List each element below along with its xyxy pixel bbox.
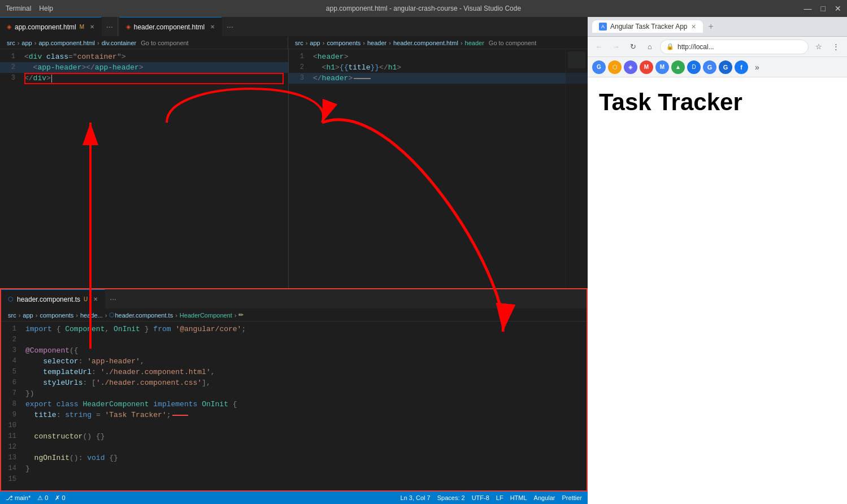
code-line-1: 1 <div class="container">: [0, 51, 288, 62]
bc-header-folder[interactable]: header: [367, 40, 386, 46]
bc-b-ts-file: ⬡: [109, 311, 115, 319]
bl-10: 10: [1, 420, 587, 431]
ext-g1[interactable]: G: [703, 60, 716, 74]
status-prettier: Prettier: [562, 494, 582, 501]
bl-12: 12: [1, 442, 587, 453]
settings-button[interactable]: ⋮: [829, 40, 842, 54]
browser-tab-close[interactable]: ✕: [691, 23, 696, 31]
bc-header-html[interactable]: header.component.html: [393, 40, 458, 46]
bl-9: 9 title: string = 'Task Tracker';: [1, 410, 587, 420]
status-encoding[interactable]: UTF-8: [472, 494, 489, 501]
bc-file-1[interactable]: app.component.html: [38, 40, 95, 46]
ext-g2[interactable]: G: [719, 60, 732, 74]
task-tracker-title: Task Tracker: [599, 89, 836, 116]
tab-more-1[interactable]: ···: [102, 17, 118, 36]
ext-3[interactable]: ◈: [624, 60, 637, 74]
bottom-breadcrumb: src › app › components › heade... › ⬡ he…: [1, 309, 587, 321]
ext-docs[interactable]: D: [687, 60, 701, 74]
bc-b-header-folder[interactable]: heade...: [80, 312, 103, 319]
tab-label-1: app.component.html: [15, 23, 76, 31]
bc-src-1[interactable]: src: [7, 40, 15, 46]
bl-8: 8 export class HeaderComponent implement…: [1, 399, 587, 410]
browser-tab-label: Angular Task Tracker App: [610, 23, 688, 31]
menu-terminal[interactable]: Terminal: [6, 5, 31, 12]
bc-b-class: HeaderComponent: [180, 312, 232, 319]
bc-b-app[interactable]: app: [23, 312, 33, 319]
forward-button[interactable]: →: [609, 40, 623, 54]
go-to-component-2[interactable]: Go to component: [489, 40, 536, 46]
status-ln-col[interactable]: Ln 3, Col 7: [401, 494, 431, 501]
maximize-button[interactable]: □: [821, 4, 826, 13]
bl-2: 2: [1, 334, 587, 345]
tab-close-1[interactable]: ✕: [90, 24, 94, 30]
bc-header-elem: header: [465, 40, 484, 46]
tab-modified-ts: U: [84, 296, 88, 302]
code-line-2: 2 <app-header></app-header>: [0, 62, 288, 73]
browser-content: Task Tracker: [588, 77, 847, 504]
bc-b-src[interactable]: src: [8, 312, 16, 319]
nav-bar: ← → ↻ ⌂ 🔒 http://local... ☆ ⋮: [588, 37, 847, 57]
menu-help[interactable]: Help: [39, 5, 53, 12]
lock-icon: 🔒: [666, 43, 674, 50]
bookmark-button[interactable]: ☆: [812, 40, 826, 54]
ext-search[interactable]: G: [592, 60, 606, 74]
ext-drive[interactable]: ▲: [671, 60, 685, 74]
breadcrumb-left: src › app › app.component.html › div.con…: [0, 37, 288, 49]
tab-close-2[interactable]: ✕: [210, 24, 215, 30]
tab-label-2: header.component.html: [134, 23, 205, 31]
browser-panel: A Angular Task Tracker App ✕ + ← → ↻ ⌂ 🔒…: [588, 17, 847, 504]
bc-src-2[interactable]: src: [295, 40, 303, 46]
code-line-r1: 1 <header>: [289, 51, 588, 62]
bc-b-method: ✏: [238, 311, 244, 319]
split-editor: 1 <div class="container"> 2 <app-header>…: [0, 49, 588, 492]
bl-14: 14 }: [1, 463, 587, 474]
bl-4: 4 selector: 'app-header',: [1, 356, 587, 367]
bl-5: 5 templateUrl: './header.component.html'…: [1, 367, 587, 377]
bl-1: 1 import { Component, OnInit } from '@an…: [1, 324, 587, 334]
tab-header-component-html[interactable]: ◈ header.component.html ✕: [119, 17, 222, 36]
status-eol[interactable]: LF: [496, 494, 503, 501]
ext-save[interactable]: ⬡: [608, 60, 622, 74]
ext-gmail[interactable]: M: [640, 60, 653, 74]
status-right: Ln 3, Col 7 Spaces: 2 UTF-8 LF HTML Angu…: [401, 494, 582, 501]
code-line-r2: 2 <h1>{{title}}</h1>: [289, 62, 588, 73]
status-errors: ✗ 0: [55, 494, 65, 502]
go-to-component-1[interactable]: Go to component: [141, 40, 188, 46]
bc-b-ts-name[interactable]: header.component.ts: [115, 312, 173, 319]
ext-fb[interactable]: f: [735, 60, 748, 74]
bl-13: 13 ngOnInit(): void {}: [1, 453, 587, 463]
tab-more-2[interactable]: ···: [222, 17, 238, 36]
status-branch[interactable]: ⎇ main*: [6, 494, 31, 502]
reload-button[interactable]: ↻: [626, 40, 640, 54]
back-button[interactable]: ←: [592, 40, 606, 54]
bottom-tab-bar: ⬡ header.component.ts U ✕ ···: [1, 289, 587, 309]
ts-icon: ⬡: [8, 296, 14, 303]
minimize-button[interactable]: —: [804, 4, 812, 13]
bl-15: 15: [1, 474, 587, 485]
main-container: ◈ app.component.html M ✕ ··· ◈ header.co…: [0, 17, 847, 504]
bc-div[interactable]: div.container: [102, 40, 137, 46]
status-language[interactable]: HTML: [510, 494, 527, 501]
tab-more-bottom[interactable]: ···: [105, 289, 121, 309]
ext-mail[interactable]: M: [655, 60, 669, 74]
status-bar: ⎇ main* ⚠ 0 ✗ 0 Ln 3, Col 7 Spaces: 2 UT…: [0, 492, 588, 504]
url-bar[interactable]: 🔒 http://local...: [660, 40, 809, 54]
close-button[interactable]: ✕: [835, 4, 841, 13]
tab-close-ts[interactable]: ✕: [93, 296, 98, 302]
home-button[interactable]: ⌂: [643, 40, 657, 54]
tab-app-component-html[interactable]: ◈ app.component.html M ✕: [0, 17, 102, 36]
bl-7: 7 }): [1, 388, 587, 399]
ext-more[interactable]: »: [750, 60, 764, 74]
bc-components[interactable]: components: [327, 40, 360, 46]
html-icon-2: ◈: [126, 23, 131, 31]
bc-b-components[interactable]: components: [40, 312, 73, 319]
html-icon-1: ◈: [7, 23, 11, 31]
browser-tab-angular[interactable]: A Angular Task Tracker App ✕: [592, 20, 703, 33]
title-bar: Terminal Help app.component.html - angul…: [0, 0, 847, 17]
bc-app-1[interactable]: app: [21, 40, 32, 46]
editor-area: ◈ app.component.html M ✕ ··· ◈ header.co…: [0, 17, 588, 504]
status-spaces[interactable]: Spaces: 2: [437, 494, 465, 501]
bc-app-2[interactable]: app: [310, 40, 320, 46]
tab-header-component-ts[interactable]: ⬡ header.component.ts U ✕: [1, 289, 105, 309]
new-tab-button[interactable]: +: [709, 21, 714, 32]
